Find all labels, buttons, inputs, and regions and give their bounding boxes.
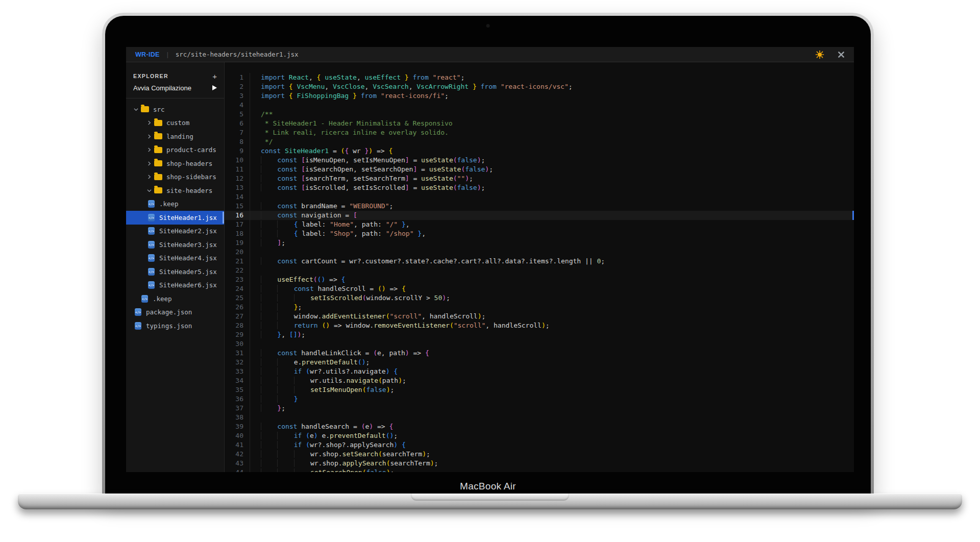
sidebar: EXPLORER + Avvia Compilazione srccustoml… [126,62,225,472]
code-line-25[interactable]: 25 setIsScrolled(window.scrollY > 50); [225,293,854,303]
code-line-2[interactable]: 2import { VscMenu, VscClose, VscSearch, … [225,82,854,91]
code-text: return () => window.removeEventListener(… [250,321,550,330]
code-line-9[interactable]: 9const SiteHeader1 = ({ wr }) => { [225,146,854,156]
code-line-11[interactable]: 11 const [isSearchOpen, setSearchOpen] =… [225,165,854,174]
macbook-base-notch [411,494,569,501]
code-line-36[interactable]: 36 } [225,395,854,404]
code-text: const handleLinkClick = (e, path) => { [250,349,429,358]
tree-file-SiteHeader1.jsx[interactable]: </>SiteHeader1.jsx [126,211,224,225]
code-line-22[interactable]: 22 [225,266,854,275]
title-separator: | [167,51,168,58]
code-line-27[interactable]: 27 window.addEventListener("scroll", han… [225,312,854,321]
code-line-41[interactable]: 41 if (wr?.shop?.applySearch) { [225,440,854,450]
tree-file-package.json[interactable]: </>package.json [126,306,224,319]
code-line-31[interactable]: 31 const handleLinkClick = (e, path) => … [225,349,854,358]
line-number: 29 [225,330,250,339]
tree-folder-site-headers[interactable]: site-headers [126,184,224,198]
line-number: 15 [225,202,250,211]
compile-button-label: Avvia Compilazione [133,84,191,92]
line-number: 36 [225,395,250,404]
code-line-42[interactable]: 42 wr.shop.setSearch(searchTerm); [225,450,854,459]
tree-folder-src[interactable]: src [126,103,224,116]
file-icon: </> [148,268,155,276]
theme-toggle-sun-icon[interactable] [815,50,824,59]
code-line-29[interactable]: 29 }, []); [225,330,854,339]
macbook-bezel: WR-IDE | src/site-headers/siteheader1.js… [105,16,871,495]
line-number: 3 [225,91,250,101]
code-line-4[interactable]: 4 [225,101,854,110]
code-line-12[interactable]: 12 const [searchTerm, setSearchTerm] = u… [225,174,854,183]
code-text: wr.shop.setSearch(searchTerm); [250,450,430,459]
file-icon: </> [135,308,141,316]
tree-file-SiteHeader2.jsx[interactable]: </>SiteHeader2.jsx [126,225,224,238]
code-line-7[interactable]: 7 * Link reali, ricerca inline e overlay… [225,128,854,137]
code-line-30[interactable]: 30 [225,339,854,349]
code-line-20[interactable]: 20 [225,248,854,257]
line-number: 5 [225,110,250,119]
code-line-17[interactable]: 17 { label: "Home", path: "/" }, [225,220,854,229]
tree-item-label: SiteHeader4.jsx [159,254,217,262]
line-number: 2 [225,82,250,91]
code-line-21[interactable]: 21 const cartCount = wr?.customer?.state… [225,257,854,266]
code-line-13[interactable]: 13 const [isScrolled, setIsScrolled] = u… [225,183,854,192]
code-line-1[interactable]: 1import React, { useState, useEffect } f… [225,73,854,82]
chevron-right-icon [147,120,154,125]
code-line-18[interactable]: 18 { label: "Shop", path: "/shop" }, [225,229,854,238]
tree-folder-shop-sidebars[interactable]: shop-sidebars [126,170,224,184]
code-line-6[interactable]: 6 * SiteHeader1 - Header Minimalista & R… [225,119,854,128]
code-text: const [isSearchOpen, setSearchOpen] = us… [250,165,493,174]
code-line-28[interactable]: 28 return () => window.removeEventListen… [225,321,854,330]
code-text: setIsScrolled(window.scrollY > 50); [250,293,450,303]
close-icon[interactable] [838,51,845,58]
code-line-14[interactable]: 14 [225,192,854,202]
tree-file-SiteHeader4.jsx[interactable]: </>SiteHeader4.jsx [126,252,224,265]
new-file-button[interactable]: + [212,72,217,81]
tree-file-SiteHeader5.jsx[interactable]: </>SiteHeader5.jsx [126,265,224,279]
code-line-33[interactable]: 33 if (wr?.utils?.navigate) { [225,367,854,376]
code-line-10[interactable]: 10 const [isMenuOpen, setIsMenuOpen] = u… [225,156,854,165]
code-line-39[interactable]: 39 const handleSearch = (e) => { [225,422,854,431]
code-line-40[interactable]: 40 if (e) e.preventDefault(); [225,431,854,440]
code-line-35[interactable]: 35 setIsMenuOpen(false); [225,385,854,395]
chevron-right-icon [147,175,154,179]
tree-item-label: SiteHeader2.jsx [159,227,217,235]
tree-folder-custom[interactable]: custom [126,116,224,130]
tree-item-label: landing [166,133,193,140]
code-line-38[interactable]: 38 [225,413,854,422]
code-line-32[interactable]: 32 e.preventDefault(); [225,358,854,367]
tree-folder-product-cards[interactable]: product-cards [126,143,224,157]
code-line-34[interactable]: 34 wr.utils.navigate(path); [225,376,854,385]
code-line-37[interactable]: 37 }; [225,404,854,413]
code-line-5[interactable]: 5/** [225,110,854,119]
line-number: 32 [225,358,250,367]
chevron-right-icon [147,147,154,152]
folder-icon [154,120,162,126]
code-line-26[interactable]: 26 }; [225,303,854,312]
tree-file-.keep[interactable]: </>.keep [126,292,224,306]
tree-file-SiteHeader3.jsx[interactable]: </>SiteHeader3.jsx [126,238,224,252]
line-number: 30 [225,339,250,349]
macbook-base [18,494,962,509]
folder-icon [154,187,162,193]
file-icon: </> [148,227,155,235]
code-line-24[interactable]: 24 const handleScroll = () => { [225,284,854,293]
code-line-19[interactable]: 19 ]; [225,238,854,248]
folder-icon [154,147,162,153]
code-line-8[interactable]: 8 */ [225,137,854,146]
code-line-16[interactable]: 16 const navigation = [ [225,211,854,220]
tree-file-.keep[interactable]: </>.keep [126,198,224,211]
code-line-3[interactable]: 3import { FiShoppingBag } from "react-ic… [225,91,854,101]
code-text: }; [250,404,285,413]
file-icon: </> [148,241,155,249]
tree-folder-shop-headers[interactable]: shop-headers [126,157,224,170]
tree-item-label: SiteHeader1.jsx [159,214,217,221]
code-line-43[interactable]: 43 wr.shop.applySearch(searchTerm); [225,459,854,468]
code-line-44[interactable]: 44 setSearchOpen(false); [225,468,854,472]
tree-file-typings.json[interactable]: </>typings.json [126,319,224,333]
code-line-23[interactable]: 23 useEffect(() => { [225,275,854,284]
tree-file-SiteHeader6.jsx[interactable]: </>SiteHeader6.jsx [126,279,224,292]
code-line-15[interactable]: 15 const brandName = "WEBROUND"; [225,202,854,211]
compile-button[interactable]: Avvia Compilazione [126,82,224,94]
tree-folder-landing[interactable]: landing [126,130,224,143]
code-area[interactable]: 1import React, { useState, useEffect } f… [225,62,854,472]
